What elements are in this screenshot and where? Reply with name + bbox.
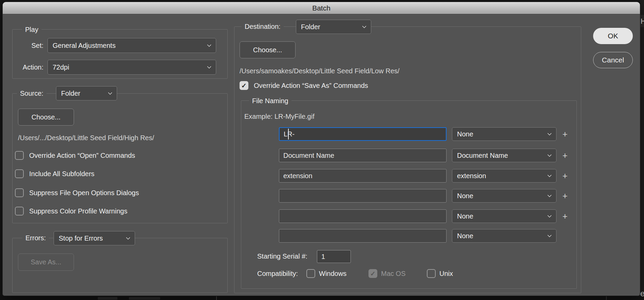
set-select[interactable]: General Adjustments [48, 38, 216, 53]
naming-text-input[interactable] [279, 149, 447, 162]
file-naming-example: Example: LR-MyFile.gif [244, 112, 315, 121]
file-naming-row: None + [3, 189, 640, 203]
chevron-down-icon [547, 173, 552, 177]
background-right-strip: H [640, 0, 644, 300]
save-as-button: Save As... [18, 254, 74, 271]
naming-text-input[interactable] [279, 169, 447, 183]
file-naming-row: extension + [3, 169, 640, 183]
source-choose-label: Choose... [32, 113, 61, 121]
dialog-title: Batch [312, 4, 330, 12]
naming-option-select[interactable]: None [452, 189, 556, 203]
naming-option-value: None [457, 232, 473, 240]
file-naming-row: None + [3, 209, 640, 223]
batch-dialog: Batch Play Set: General Adjustments Acti… [3, 2, 640, 296]
errors-select-value: Stop for Errors [59, 235, 103, 242]
naming-text-input[interactable] [279, 229, 447, 243]
chevron-down-icon [207, 64, 211, 69]
set-select-value: General Adjustments [53, 42, 116, 50]
chevron-down-icon [207, 43, 211, 47]
add-row-icon[interactable]: + [561, 209, 569, 223]
add-row-icon[interactable]: + [561, 127, 569, 141]
background-bottom-strip [0, 296, 644, 300]
background-text-fragment: e [640, 289, 644, 298]
naming-option-value: Document Name [457, 152, 508, 160]
errors-select[interactable]: Stop for Errors [54, 231, 135, 245]
naming-option-select[interactable]: Document Name [452, 149, 556, 162]
source-choose-button[interactable]: Choose... [18, 109, 74, 126]
override-save-as-checkbox[interactable]: ✓ [240, 81, 248, 90]
set-label: Set: [13, 41, 43, 50]
add-row-icon[interactable]: + [561, 169, 569, 183]
naming-option-value: extension [457, 172, 486, 180]
file-naming-row: Document Name + [3, 149, 640, 162]
file-naming-group-label: File Naming [249, 96, 291, 106]
chevron-down-icon [547, 233, 552, 238]
clipped-text-fragment [129, 297, 160, 300]
file-naming-row: None + [3, 127, 640, 141]
naming-option-value: None [457, 130, 473, 138]
chevron-down-icon [108, 91, 112, 95]
naming-option-select[interactable]: None [452, 127, 556, 141]
naming-text-input[interactable] [279, 127, 447, 141]
override-save-as-label: Override Action “Save As” Commands [254, 81, 368, 90]
ok-button[interactable]: OK [593, 28, 633, 44]
text-cursor-icon [288, 129, 289, 139]
compat-macos-label: Mac OS [381, 269, 405, 278]
add-row-icon[interactable]: + [561, 149, 569, 162]
destination-label: Destination: [242, 22, 284, 31]
compat-unix-checkbox[interactable] [427, 269, 436, 278]
chevron-down-icon [126, 236, 130, 240]
source-label: Source: [17, 89, 46, 98]
add-row-icon[interactable]: + [561, 189, 569, 203]
naming-option-select[interactable]: None [452, 209, 556, 223]
destination-path: /Users/samoakes/Desktop/Little Seed Fiel… [240, 67, 399, 75]
chevron-down-icon [547, 213, 552, 218]
check-icon: ✓ [241, 82, 247, 90]
naming-text-input[interactable] [279, 189, 447, 203]
naming-option-select[interactable]: None [452, 229, 556, 243]
destination-select-value: Folder [301, 23, 320, 31]
cancel-button[interactable]: Cancel [593, 52, 633, 68]
ok-button-label: OK [608, 32, 618, 40]
chevron-down-icon [362, 24, 366, 29]
compat-unix-label: Unix [439, 269, 453, 278]
clipped-text-fragment [98, 297, 117, 300]
compat-windows-checkbox[interactable] [306, 269, 315, 278]
destination-select[interactable]: Folder [296, 20, 371, 34]
chevron-down-icon [547, 153, 552, 157]
destination-choose-label: Choose... [253, 46, 282, 54]
background-text-fragment: H [641, 18, 644, 25]
check-icon: ✓ [370, 270, 376, 278]
action-select-value: 72dpi [53, 63, 69, 71]
naming-text-input[interactable] [279, 209, 447, 223]
destination-choose-button[interactable]: Choose... [240, 41, 296, 58]
source-select-value: Folder [61, 90, 80, 97]
naming-option-select[interactable]: extension [452, 169, 556, 183]
action-select[interactable]: 72dpi [48, 60, 216, 75]
play-group-label: Play [22, 25, 41, 34]
compatibility-label: Compatibility: [257, 269, 298, 278]
chevron-down-icon [547, 131, 552, 136]
compat-macos-checkbox: ✓ [368, 269, 377, 278]
background-divider [606, 296, 607, 300]
starting-serial-label: Starting Serial #: [257, 252, 307, 261]
naming-option-value: None [457, 192, 473, 200]
errors-label: Errors: [22, 233, 49, 243]
background-divider [216, 296, 217, 300]
chevron-down-icon [547, 193, 552, 198]
starting-serial-input[interactable] [317, 250, 351, 263]
save-as-label: Save As... [31, 258, 61, 266]
action-label: Action: [13, 63, 43, 72]
compat-windows-label: Windows [319, 269, 346, 278]
dialog-titlebar[interactable]: Batch [3, 2, 640, 14]
cancel-button-label: Cancel [602, 56, 624, 64]
source-select[interactable]: Folder [56, 86, 117, 100]
naming-option-value: None [457, 212, 473, 220]
